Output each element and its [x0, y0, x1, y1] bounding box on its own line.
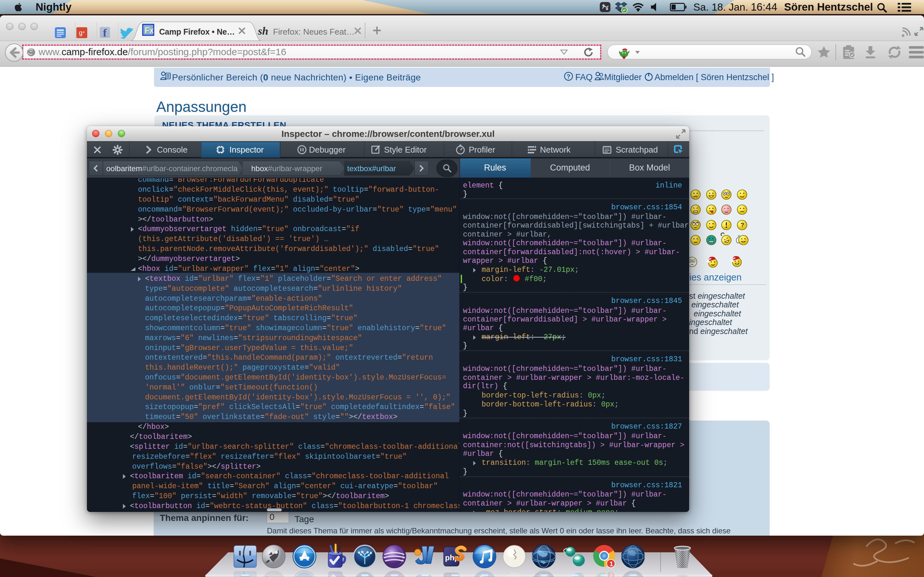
svg-text:1: 1: [610, 560, 613, 567]
svg-text:f: f: [103, 27, 107, 39]
svg-text:1: 1: [610, 572, 613, 577]
svg-text:g: g: [79, 29, 82, 36]
svg-text:+: +: [82, 29, 85, 35]
svg-text:Fx: Fx: [145, 26, 153, 35]
svg-text:?: ?: [567, 73, 570, 80]
svg-text:?: ?: [740, 221, 744, 228]
